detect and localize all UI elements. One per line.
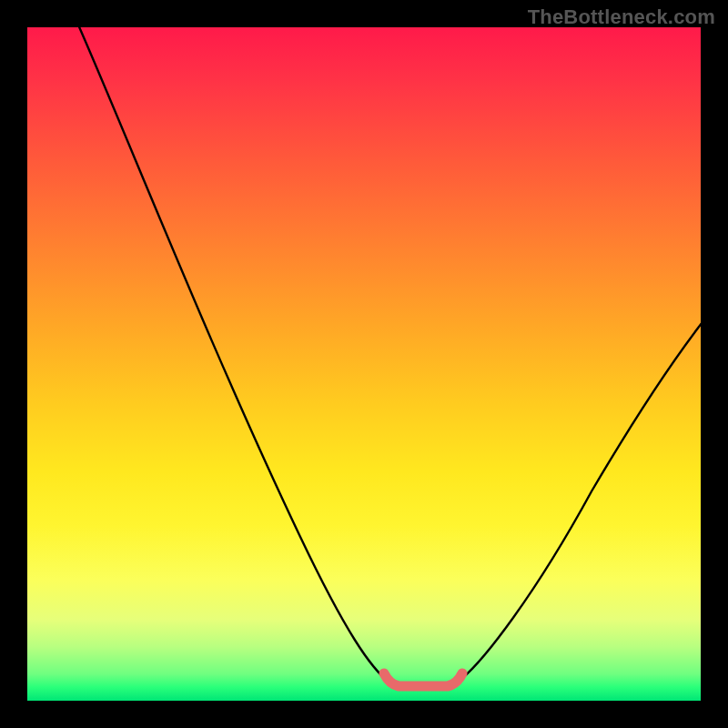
optimal-zone-marker	[384, 673, 462, 686]
curve-right-branch	[457, 318, 701, 682]
curve-left-branch	[77, 27, 389, 682]
bottleneck-curve	[27, 27, 701, 701]
chart-frame: TheBottleneck.com	[0, 0, 728, 728]
plot-area	[27, 27, 701, 701]
watermark-text: TheBottleneck.com	[528, 5, 715, 29]
